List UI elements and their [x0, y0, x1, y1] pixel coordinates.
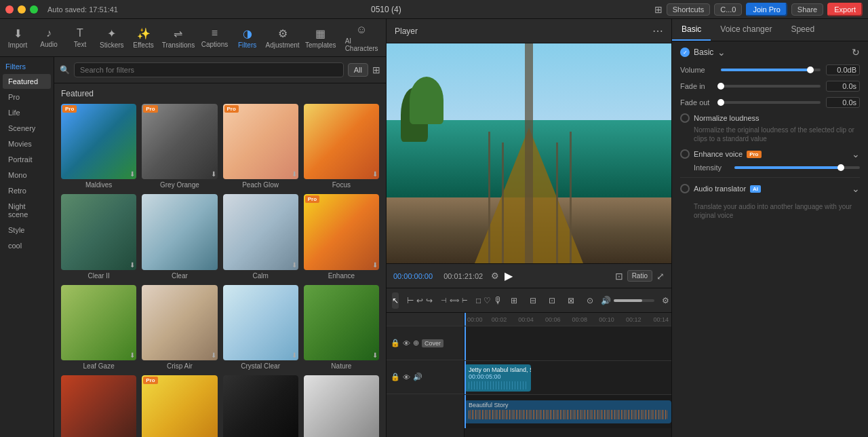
- basic-checkbox[interactable]: ✓: [680, 48, 690, 57]
- sidebar-item-movies[interactable]: Movies: [3, 136, 51, 151]
- eye-icon[interactable]: 👁: [403, 339, 410, 347]
- sidebar-item-retro[interactable]: Retro: [3, 183, 51, 198]
- filter-options-icon[interactable]: ⊞: [372, 64, 380, 75]
- tool-split[interactable]: ⊢: [407, 292, 414, 309]
- player-menu-icon[interactable]: ⋯: [652, 24, 663, 37]
- volume-value[interactable]: 0.0dB: [826, 64, 860, 75]
- intensity-thumb[interactable]: [837, 164, 844, 171]
- tool-audio[interactable]: ♪ Audio: [34, 24, 64, 51]
- search-input[interactable]: [74, 62, 344, 77]
- filter-clear[interactable]: Clear: [142, 194, 217, 279]
- export-button[interactable]: Export: [827, 3, 863, 16]
- maximize-button[interactable]: [30, 5, 38, 14]
- tool-adjustment[interactable]: ⚙ Adjustment: [264, 24, 302, 52]
- sidebar-item-cool[interactable]: cool: [3, 238, 51, 253]
- settings-icon[interactable]: ⚙: [491, 271, 499, 281]
- refresh-button[interactable]: ↻: [852, 47, 860, 58]
- fade-in-slider[interactable]: [721, 85, 821, 88]
- filter-crisp-air[interactable]: ⬇ Crisp Air: [142, 285, 217, 370]
- join-pro-button[interactable]: Join Pro: [746, 3, 787, 16]
- zoom-in[interactable]: ⊞: [506, 292, 522, 309]
- normalize-checkbox[interactable]: [680, 113, 690, 123]
- filter-leaf-gaze[interactable]: ⬇ Leaf Gaze: [61, 285, 136, 370]
- filter-nature[interactable]: ⬇ Nature: [304, 285, 379, 370]
- tab-basic[interactable]: Basic: [672, 19, 711, 41]
- fit-screen-icon[interactable]: ⊡: [615, 271, 623, 282]
- fade-in-thumb[interactable]: [717, 83, 724, 90]
- audio-translator-checkbox[interactable]: [680, 184, 690, 193]
- sidebar-item-life[interactable]: Life: [3, 105, 51, 120]
- tool-trim-end[interactable]: ⊢: [462, 292, 468, 309]
- tool-import[interactable]: ⬇ Import: [3, 24, 33, 52]
- fade-out-value[interactable]: 0.0s: [826, 97, 860, 108]
- tool-captions[interactable]: ≡ Captions: [198, 24, 231, 51]
- audio-clip[interactable]: Beautiful Story: [465, 400, 671, 423]
- tool-undo[interactable]: ↩: [416, 292, 423, 309]
- all-filter-button[interactable]: All: [348, 63, 368, 77]
- shortcuts-button[interactable]: Shortcuts: [667, 3, 710, 16]
- eye-icon2[interactable]: 👁: [403, 373, 410, 381]
- fade-in-value[interactable]: 0.0s: [826, 81, 860, 92]
- tool-select[interactable]: ↖: [392, 292, 399, 309]
- lock-icon2[interactable]: 🔒: [391, 373, 400, 381]
- tool-trim-start[interactable]: ⊣: [441, 292, 447, 309]
- tab-speed[interactable]: Speed: [781, 19, 824, 41]
- filter-calm[interactable]: ⬇ Calm: [223, 194, 298, 279]
- mic-icon[interactable]: 🎙: [494, 295, 503, 306]
- sidebar-item-portrait[interactable]: Portrait: [3, 152, 51, 167]
- enhance-voice-checkbox[interactable]: [680, 149, 690, 159]
- tool-favorite[interactable]: ♡: [484, 292, 491, 309]
- filter-clearII[interactable]: ⬇ Clear II: [61, 194, 136, 279]
- volume-slider[interactable]: [614, 299, 654, 302]
- share-button[interactable]: Share: [791, 3, 823, 16]
- sidebar-item-style[interactable]: Style: [3, 223, 51, 238]
- fade-out-slider[interactable]: [721, 101, 821, 104]
- volume-track-icon[interactable]: 🔊: [413, 373, 422, 381]
- sidebar-item-pro[interactable]: Pro: [3, 90, 51, 104]
- tool-transitions[interactable]: ⇌ Transitions: [160, 24, 197, 52]
- fade-out-thumb[interactable]: [717, 99, 724, 106]
- tool-ai-characters[interactable]: ☺ AI Characters: [340, 21, 383, 55]
- filter-sun-drenched[interactable]: Pro ⬇ Sun-drenched: [142, 375, 217, 437]
- ratio-button[interactable]: Ratio: [627, 270, 652, 282]
- lock-icon[interactable]: 🔒: [391, 339, 400, 347]
- tool-split2[interactable]: ⟺: [450, 292, 459, 309]
- tool-crop[interactable]: □: [476, 292, 481, 309]
- tool-stickers[interactable]: ✦ Stickers: [96, 24, 127, 52]
- filter-moody-fall[interactable]: ⬇ Moody Fall: [61, 375, 136, 437]
- zoom-fit[interactable]: ⊡: [544, 292, 560, 309]
- add-track-icon[interactable]: ⊕: [413, 339, 419, 347]
- tool-connect[interactable]: ⊙: [582, 292, 598, 309]
- filter-focus[interactable]: ⬇ Focus: [304, 104, 379, 189]
- sidebar-item-mono[interactable]: Mono: [3, 168, 51, 183]
- sidebar-item-scenery[interactable]: Scenery: [3, 121, 51, 136]
- tab-voice-changer[interactable]: Voice changer: [711, 19, 781, 41]
- filter-peach-glow[interactable]: Pro ⬇ Peach Glow: [223, 104, 298, 189]
- tool-filters[interactable]: ◑ Filters: [233, 24, 262, 52]
- chevron-enhance-icon[interactable]: ⌄: [852, 149, 860, 159]
- play-button[interactable]: ▶: [505, 269, 513, 282]
- user-button[interactable]: C...0: [714, 3, 742, 16]
- filter-enhance[interactable]: Pro ⬇ Enhance: [304, 194, 379, 279]
- minimize-button[interactable]: [18, 5, 26, 14]
- volume-thumb[interactable]: [807, 66, 814, 73]
- chevron-translator-icon[interactable]: ⌄: [852, 183, 860, 194]
- chevron-down-icon[interactable]: ⌄: [717, 47, 726, 58]
- tool-text[interactable]: T Text: [65, 24, 95, 51]
- video-clip[interactable]: Jetty on Mabul Island, Sipadan, Borneo M…: [465, 364, 531, 392]
- tool-effects[interactable]: ✨ Effects: [129, 24, 159, 52]
- filter-casablanca[interactable]: ⬇ Casablanca: [304, 375, 379, 437]
- filter-maldives[interactable]: Pro ⬇ Maldives: [61, 104, 136, 189]
- volume-slider[interactable]: [721, 69, 821, 71]
- close-button[interactable]: [5, 5, 14, 14]
- zoom-custom[interactable]: ⊠: [563, 292, 579, 309]
- intensity-slider[interactable]: [734, 166, 860, 169]
- filter-crystal-clear[interactable]: ⬇ Crystal Clear: [223, 285, 298, 370]
- tool-templates[interactable]: ▦ Templates: [302, 24, 338, 52]
- zoom-out[interactable]: ⊟: [525, 292, 541, 309]
- filter-grey-orange[interactable]: Pro ⬇ Grey Orange: [142, 104, 217, 189]
- fullscreen-icon[interactable]: ⤢: [656, 271, 665, 282]
- filter-low-key[interactable]: ⬇ Low-key: [223, 375, 298, 437]
- sidebar-item-nightscene[interactable]: Night scene: [3, 199, 51, 222]
- tool-redo[interactable]: ↪: [426, 292, 433, 309]
